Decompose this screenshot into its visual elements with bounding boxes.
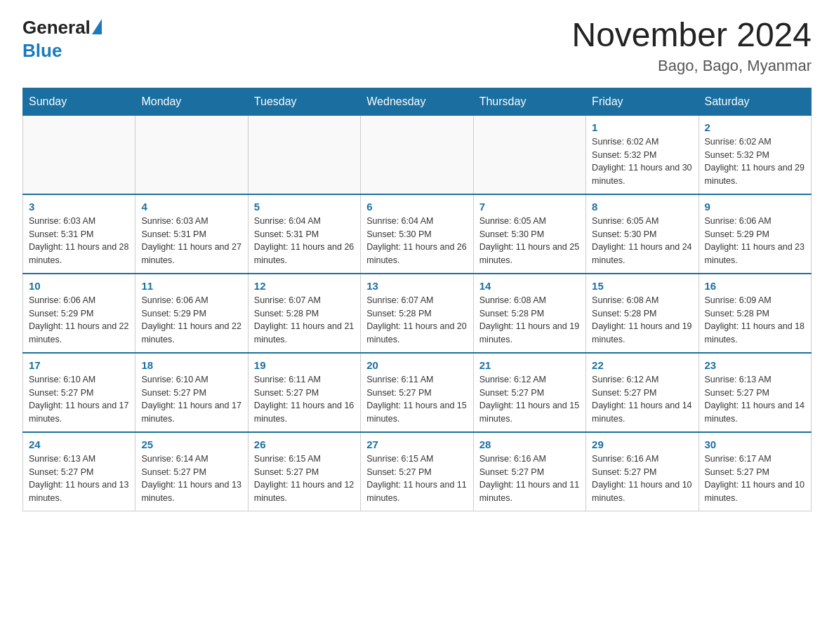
day-number: 24 [29, 438, 129, 450]
day-info: Sunrise: 6:12 AMSunset: 5:27 PMDaylight:… [479, 373, 580, 426]
calendar-header-sunday: Sunday [23, 88, 135, 115]
day-info: Sunrise: 6:10 AMSunset: 5:27 PMDaylight:… [141, 373, 241, 426]
day-info: Sunrise: 6:16 AMSunset: 5:27 PMDaylight:… [592, 452, 692, 505]
day-info: Sunrise: 6:10 AMSunset: 5:27 PMDaylight:… [29, 373, 129, 426]
calendar-header-friday: Friday [586, 88, 699, 115]
day-info: Sunrise: 6:17 AMSunset: 5:27 PMDaylight:… [705, 452, 805, 505]
logo-triangle-icon [92, 19, 102, 34]
day-info: Sunrise: 6:06 AMSunset: 5:29 PMDaylight:… [29, 294, 129, 347]
day-number: 22 [592, 359, 692, 371]
calendar-cell [23, 115, 135, 194]
day-number: 13 [366, 280, 467, 292]
calendar-week-row: 1Sunrise: 6:02 AMSunset: 5:32 PMDaylight… [23, 115, 812, 194]
calendar-table: SundayMondayTuesdayWednesdayThursdayFrid… [22, 88, 812, 511]
day-number: 2 [705, 121, 805, 133]
calendar-header-monday: Monday [135, 88, 248, 115]
calendar-header-tuesday: Tuesday [248, 88, 360, 115]
calendar-cell: 29Sunrise: 6:16 AMSunset: 5:27 PMDayligh… [586, 432, 699, 511]
day-info: Sunrise: 6:13 AMSunset: 5:27 PMDaylight:… [29, 452, 129, 505]
calendar-cell: 28Sunrise: 6:16 AMSunset: 5:27 PMDayligh… [473, 432, 585, 511]
day-info: Sunrise: 6:02 AMSunset: 5:32 PMDaylight:… [592, 135, 692, 188]
day-number: 23 [705, 359, 805, 371]
calendar-cell: 1Sunrise: 6:02 AMSunset: 5:32 PMDaylight… [586, 115, 699, 194]
calendar-cell: 24Sunrise: 6:13 AMSunset: 5:27 PMDayligh… [23, 432, 135, 511]
day-info: Sunrise: 6:09 AMSunset: 5:28 PMDaylight:… [705, 294, 805, 347]
calendar-cell: 21Sunrise: 6:12 AMSunset: 5:27 PMDayligh… [473, 353, 585, 432]
day-info: Sunrise: 6:07 AMSunset: 5:28 PMDaylight:… [366, 294, 467, 347]
logo: General Blue [22, 17, 102, 62]
calendar-cell: 4Sunrise: 6:03 AMSunset: 5:31 PMDaylight… [135, 194, 248, 274]
day-number: 14 [479, 280, 580, 292]
day-number: 20 [366, 359, 467, 371]
logo-blue-text: Blue [22, 40, 62, 62]
calendar-cell: 2Sunrise: 6:02 AMSunset: 5:32 PMDaylight… [699, 115, 811, 194]
day-number: 1 [592, 121, 692, 133]
day-number: 8 [592, 201, 692, 213]
day-info: Sunrise: 6:11 AMSunset: 5:27 PMDaylight:… [254, 373, 355, 426]
day-number: 15 [592, 280, 692, 292]
day-number: 4 [141, 201, 241, 213]
calendar-cell: 18Sunrise: 6:10 AMSunset: 5:27 PMDayligh… [135, 353, 248, 432]
calendar-cell: 8Sunrise: 6:05 AMSunset: 5:30 PMDaylight… [586, 194, 699, 274]
day-info: Sunrise: 6:07 AMSunset: 5:28 PMDaylight:… [254, 294, 355, 347]
day-info: Sunrise: 6:03 AMSunset: 5:31 PMDaylight:… [141, 215, 241, 267]
calendar-cell: 13Sunrise: 6:07 AMSunset: 5:28 PMDayligh… [361, 274, 473, 353]
day-info: Sunrise: 6:02 AMSunset: 5:32 PMDaylight:… [705, 135, 805, 188]
calendar-cell: 12Sunrise: 6:07 AMSunset: 5:28 PMDayligh… [248, 274, 360, 353]
calendar-week-row: 17Sunrise: 6:10 AMSunset: 5:27 PMDayligh… [23, 353, 812, 432]
calendar-header-row: SundayMondayTuesdayWednesdayThursdayFrid… [23, 88, 812, 115]
day-info: Sunrise: 6:04 AMSunset: 5:30 PMDaylight:… [366, 215, 467, 267]
calendar-cell: 11Sunrise: 6:06 AMSunset: 5:29 PMDayligh… [135, 274, 248, 353]
day-number: 25 [141, 438, 241, 450]
day-info: Sunrise: 6:16 AMSunset: 5:27 PMDaylight:… [479, 452, 580, 505]
day-number: 28 [479, 438, 580, 450]
day-number: 5 [254, 201, 355, 213]
day-info: Sunrise: 6:06 AMSunset: 5:29 PMDaylight:… [705, 215, 805, 267]
day-number: 11 [141, 280, 241, 292]
day-number: 7 [479, 201, 580, 213]
calendar-week-row: 24Sunrise: 6:13 AMSunset: 5:27 PMDayligh… [23, 432, 812, 511]
header: General Blue November 2024 Bago, Bago, M… [22, 17, 812, 75]
day-info: Sunrise: 6:14 AMSunset: 5:27 PMDaylight:… [141, 452, 241, 505]
logo-general-text: General [22, 17, 91, 39]
day-number: 17 [29, 359, 129, 371]
day-number: 29 [592, 438, 692, 450]
calendar-week-row: 10Sunrise: 6:06 AMSunset: 5:29 PMDayligh… [23, 274, 812, 353]
day-info: Sunrise: 6:12 AMSunset: 5:27 PMDaylight:… [592, 373, 692, 426]
calendar-header-saturday: Saturday [699, 88, 811, 115]
calendar-cell [248, 115, 360, 194]
calendar-cell: 3Sunrise: 6:03 AMSunset: 5:31 PMDaylight… [23, 194, 135, 274]
calendar-cell: 25Sunrise: 6:14 AMSunset: 5:27 PMDayligh… [135, 432, 248, 511]
calendar-cell [135, 115, 248, 194]
calendar-cell [361, 115, 473, 194]
calendar-cell: 16Sunrise: 6:09 AMSunset: 5:28 PMDayligh… [699, 274, 811, 353]
day-number: 6 [366, 201, 467, 213]
day-info: Sunrise: 6:15 AMSunset: 5:27 PMDaylight:… [254, 452, 355, 505]
calendar-cell: 27Sunrise: 6:15 AMSunset: 5:27 PMDayligh… [361, 432, 473, 511]
month-title: November 2024 [571, 17, 812, 54]
day-number: 19 [254, 359, 355, 371]
calendar-cell: 15Sunrise: 6:08 AMSunset: 5:28 PMDayligh… [586, 274, 699, 353]
day-number: 12 [254, 280, 355, 292]
title-area: November 2024 Bago, Bago, Myanmar [571, 17, 812, 75]
calendar-cell: 17Sunrise: 6:10 AMSunset: 5:27 PMDayligh… [23, 353, 135, 432]
calendar-cell: 19Sunrise: 6:11 AMSunset: 5:27 PMDayligh… [248, 353, 360, 432]
day-info: Sunrise: 6:08 AMSunset: 5:28 PMDaylight:… [479, 294, 580, 347]
day-number: 16 [705, 280, 805, 292]
day-info: Sunrise: 6:13 AMSunset: 5:27 PMDaylight:… [705, 373, 805, 426]
calendar-cell: 5Sunrise: 6:04 AMSunset: 5:31 PMDaylight… [248, 194, 360, 274]
calendar-cell: 9Sunrise: 6:06 AMSunset: 5:29 PMDaylight… [699, 194, 811, 274]
day-number: 3 [29, 201, 129, 213]
day-info: Sunrise: 6:06 AMSunset: 5:29 PMDaylight:… [141, 294, 241, 347]
day-info: Sunrise: 6:05 AMSunset: 5:30 PMDaylight:… [592, 215, 692, 267]
day-number: 18 [141, 359, 241, 371]
calendar-cell: 20Sunrise: 6:11 AMSunset: 5:27 PMDayligh… [361, 353, 473, 432]
day-info: Sunrise: 6:11 AMSunset: 5:27 PMDaylight:… [366, 373, 467, 426]
calendar-cell: 30Sunrise: 6:17 AMSunset: 5:27 PMDayligh… [699, 432, 811, 511]
day-info: Sunrise: 6:15 AMSunset: 5:27 PMDaylight:… [366, 452, 467, 505]
day-number: 26 [254, 438, 355, 450]
day-number: 30 [705, 438, 805, 450]
day-number: 10 [29, 280, 129, 292]
day-info: Sunrise: 6:08 AMSunset: 5:28 PMDaylight:… [592, 294, 692, 347]
calendar-cell: 10Sunrise: 6:06 AMSunset: 5:29 PMDayligh… [23, 274, 135, 353]
